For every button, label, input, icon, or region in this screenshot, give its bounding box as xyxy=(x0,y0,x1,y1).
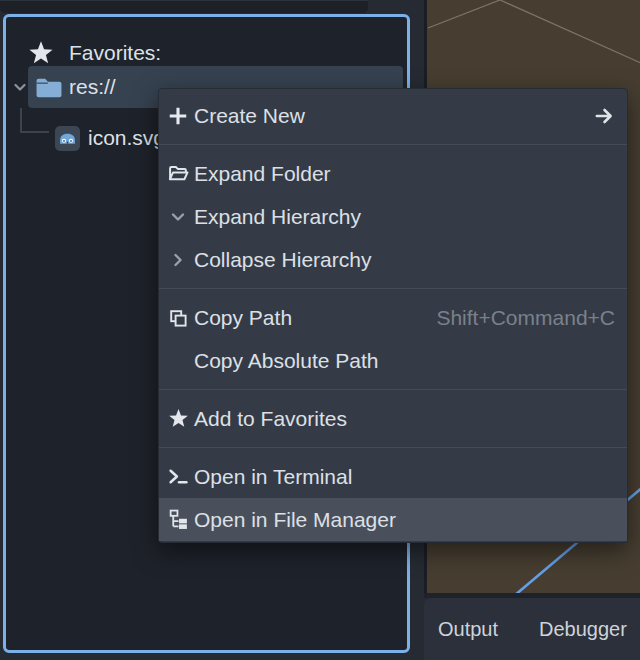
menu-separator xyxy=(159,389,627,390)
file-manager-icon xyxy=(167,509,189,531)
tree-item-label: icon.svg xyxy=(88,126,165,150)
tree-item-label: res:// xyxy=(69,75,116,99)
folder-open-icon xyxy=(167,163,189,185)
menu-item-copy-absolute-path[interactable]: Copy Absolute Path xyxy=(159,339,627,382)
menu-item-create-new[interactable]: Create New xyxy=(159,94,627,137)
copy-icon xyxy=(167,307,189,329)
menu-item-copy-path[interactable]: Copy Path Shift+Command+C xyxy=(159,296,627,339)
menu-item-open-in-terminal[interactable]: Open in Terminal xyxy=(159,455,627,498)
tree-item-res[interactable]: res:// xyxy=(12,66,116,108)
tab-output[interactable]: Output xyxy=(438,618,498,641)
star-icon xyxy=(167,408,189,430)
terminal-icon xyxy=(167,466,189,488)
expander-chevron-down-icon[interactable] xyxy=(12,79,28,95)
folder-icon xyxy=(35,76,62,99)
menu-item-label: Add to Favorites xyxy=(194,407,347,431)
menu-item-add-to-favorites[interactable]: Add to Favorites xyxy=(159,397,627,440)
menu-item-collapse-hierarchy[interactable]: Collapse Hierarchy xyxy=(159,238,627,281)
menu-item-label: Create New xyxy=(194,104,305,128)
tab-debugger[interactable]: Debugger xyxy=(539,618,627,641)
menu-item-label: Expand Folder xyxy=(194,162,331,186)
empty-icon-slot xyxy=(167,350,189,372)
menu-item-label: Expand Hierarchy xyxy=(194,205,361,229)
menu-separator xyxy=(159,288,627,289)
menu-separator xyxy=(159,144,627,145)
chevron-right-icon xyxy=(167,249,189,271)
menu-item-label: Copy Path xyxy=(194,306,292,330)
godot-logo-icon xyxy=(55,126,80,151)
menu-separator xyxy=(159,447,627,448)
plus-icon xyxy=(167,105,189,127)
favorites-label: Favorites: xyxy=(69,41,161,65)
filesystem-context-menu: Create New Expand Folder Expand Hierarch… xyxy=(158,88,628,543)
menu-item-label: Copy Absolute Path xyxy=(194,349,378,373)
menu-item-label: Open in Terminal xyxy=(194,465,352,489)
menu-item-expand-hierarchy[interactable]: Expand Hierarchy xyxy=(159,195,627,238)
chevron-down-icon xyxy=(167,206,189,228)
menu-item-label: Open in File Manager xyxy=(194,508,396,532)
menu-item-shortcut: Shift+Command+C xyxy=(436,306,615,330)
menu-item-expand-folder[interactable]: Expand Folder xyxy=(159,152,627,195)
menu-item-label: Collapse Hierarchy xyxy=(194,248,371,272)
tree-item-icon-svg[interactable]: icon.svg xyxy=(55,117,165,159)
filesystem-filter-bar[interactable] xyxy=(0,0,368,13)
favorites-star-icon xyxy=(28,40,54,66)
tree-connector-line xyxy=(20,108,49,133)
submenu-arrow-icon xyxy=(593,105,615,127)
bottom-panel: Output Debugger xyxy=(424,598,640,660)
menu-item-open-in-file-manager[interactable]: Open in File Manager xyxy=(159,498,627,541)
